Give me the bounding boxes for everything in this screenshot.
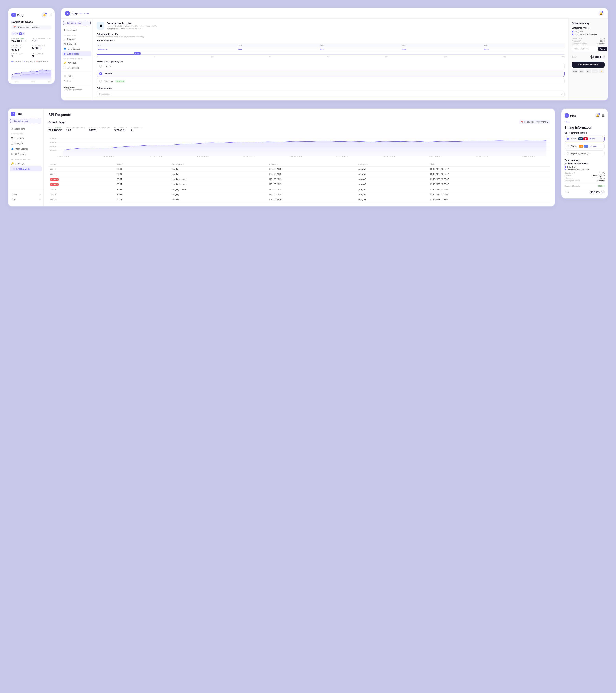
sidebar-allproducts-large[interactable]: ◉ All Products	[8, 152, 43, 157]
paypal-icon: PP	[592, 70, 598, 73]
stat-errors-large: ERROR RATES 2	[131, 127, 143, 132]
svg-text:24/10: 24/10	[476, 156, 488, 158]
payment-bitpay[interactable]: Bitpay ₿ Ξ +10 more	[564, 143, 604, 149]
slider-track: 70 IPs	[97, 54, 564, 55]
visa-card: VISA	[578, 137, 583, 140]
bos-dot-1	[564, 166, 566, 168]
sidebar-item-allproducts[interactable]: ◉ All Products	[62, 52, 91, 56]
back-to-all-link[interactable]: Back to all	[77, 12, 89, 15]
apirequests-icon: ◎	[64, 66, 66, 69]
sidebar-item-dashboard[interactable]: ⊞ Dashboard	[61, 28, 93, 33]
sidebar-usersettings-large[interactable]: 👤 User Settings	[8, 146, 43, 152]
menu-btn-billing[interactable]: ☰	[602, 114, 604, 117]
sidebar-item-proxylist[interactable]: ◫ Proxy List	[61, 42, 93, 46]
developer-section-label: DEVELOPER SECTION	[61, 58, 93, 60]
sidebar-item-billing[interactable]: ⬜ Billing ›	[61, 74, 93, 79]
sub-1month[interactable]: 1 month	[97, 63, 564, 70]
svg-text:18/10: 18/10	[196, 156, 208, 158]
sidebar-billing-large[interactable]: Billing ›	[11, 192, 41, 197]
sidebar-help-large[interactable]: Help ›	[11, 197, 41, 201]
sidebar-item-apikeys[interactable]: 🔑 API Keys	[61, 60, 93, 65]
sidebar-item-apirequests[interactable]: ◎ API Requests	[61, 65, 93, 70]
sidebar-apirequests-large[interactable]: ◎ API Requests	[10, 166, 42, 172]
apikeys-icon: 🔑	[64, 62, 66, 64]
summary-label-large: Summary	[15, 137, 24, 139]
bos-discount-value: -$225.00	[598, 185, 604, 187]
col-25-49: 25–49	[318, 43, 400, 47]
notification-button[interactable]: 🔔	[42, 12, 47, 18]
proxylist-label-large: Proxy List	[15, 142, 24, 145]
stat-connections: TOTAL CONNECTIONS 176	[32, 38, 52, 43]
my-services-label: MY SERVICES	[61, 34, 93, 36]
subscription-title: Select subscription cycle	[97, 60, 564, 63]
bos-row-location: Location United Kingdom	[564, 175, 604, 177]
table-row: 200 OKPOSTtest_key123.100.28.39proxy-u30…	[48, 166, 550, 172]
svg-text:16/10: 16/10	[103, 156, 116, 158]
eth-card: Ξ	[584, 145, 588, 147]
date-chip-large[interactable]: 📅 01/09/2023 - 01/10/2023 ▾	[519, 120, 550, 124]
feature-dot-2	[572, 34, 573, 35]
stat-ranged-large: USED RANGED 5.28 GB	[114, 127, 127, 132]
sidebar-proxylist-large[interactable]: ◫ Proxy List	[8, 141, 43, 146]
help-icon: ?	[64, 80, 65, 82]
bundle-chevron: ▾	[114, 40, 115, 42]
billing-header: P Ping 🔔 ☰	[564, 113, 604, 118]
help-chevron-large: ›	[40, 198, 41, 200]
sidebar-summary-large[interactable]: ☰ Summary	[8, 136, 43, 141]
bundle-discounts-toggle[interactable]: Bundle discounts ▾	[97, 40, 564, 42]
price-25-49: $2.75	[318, 47, 400, 52]
sidebar-dashboard-large[interactable]: ⊞ Dashboard	[8, 126, 43, 132]
svg-text:23/10: 23/10	[429, 156, 441, 158]
sidebar-apikeys-large[interactable]: 🔑 API Keys	[8, 161, 43, 166]
checkout-button[interactable]: Continue to checkout	[572, 62, 604, 68]
notification-btn-desktop[interactable]: 🔔	[598, 11, 604, 16]
payment-stripe[interactable]: Stripe VISA ⬤ +5 more	[564, 136, 604, 142]
sidebar-item-help[interactable]: ? Help ›	[61, 79, 93, 83]
btc-card: ₿	[579, 145, 583, 147]
label-12months: 12 months	[103, 80, 113, 82]
product-icon: 🖥	[97, 22, 104, 29]
label-1month: 1 month	[103, 65, 111, 67]
buy-proxies-btn-large[interactable]: + Buy new proxies	[10, 119, 41, 123]
notif-btn-billing[interactable]: 🔔	[595, 113, 600, 118]
ip-slider[interactable]: 70 IPs 10 50 100 250 500 1000 1500 2000	[97, 54, 564, 58]
overall-usage-header: Overall Usage 📅 01/09/2023 - 01/10/2023 …	[48, 120, 550, 124]
table-row: 200 OKPOSTtest_key123.100.28.39proxy-u30…	[48, 192, 550, 197]
stripe-more: +5 more	[589, 138, 595, 140]
back-button[interactable]: ‹ Back	[564, 121, 604, 123]
usersettings-label: User Settings	[68, 48, 80, 50]
bos-total-amount: $1125.00	[590, 190, 604, 195]
sub-3months[interactable]: 3 months	[97, 71, 564, 77]
bandwidth-chart: 15/10 21/10 25/10	[12, 64, 52, 80]
subscription-section: Select subscription cycle 1 month 3 mont…	[97, 60, 564, 84]
ip-section-subtitle: Choose the perfect quantity of IPs for y…	[97, 36, 564, 38]
sidebar-item-summary[interactable]: ☰ Summary	[61, 37, 93, 42]
status-cell: 200 OK	[48, 192, 115, 197]
bitpay-cards: ₿ Ξ	[579, 145, 588, 147]
payment-method-label: Select payment method	[564, 132, 604, 134]
slider-labels: 10 50 100 250 500 1000 1500 2000 2500	[97, 56, 564, 58]
buy-proxies-btn[interactable]: + Buy new proxies	[63, 21, 91, 25]
date-range-selector[interactable]: 📅 01/09/2023 - 01/10/2023 ▾	[12, 25, 52, 29]
users-filter[interactable]: Users 1 ▾	[12, 32, 25, 35]
bitpay-name: Bitpay	[571, 145, 577, 147]
sub-12months[interactable]: 12 months Save 20%	[97, 78, 564, 84]
radio-bitpay	[567, 145, 569, 147]
apply-button[interactable]: Apply	[598, 47, 607, 51]
users-count: 1	[19, 33, 22, 35]
location-section: Select location Select country ▾	[97, 87, 564, 97]
sidebar-item-usersettings[interactable]: 👤 User Settings	[61, 46, 93, 52]
apirequests-icon-large: ◎	[13, 167, 15, 170]
allproducts-label: All Products	[67, 53, 79, 55]
payment-method-03[interactable]: Payment_method_03	[564, 151, 604, 156]
country-chevron: ▾	[561, 93, 562, 95]
discount-input[interactable]	[572, 47, 597, 51]
table-row: 200 OKPOSTtest_key123.100.28.39proxy-u30…	[48, 172, 550, 177]
country-select[interactable]: Select country ▾	[97, 91, 564, 97]
col-50-99: 50–99	[400, 43, 482, 47]
user-email: henry.smith@gmail.com	[64, 89, 90, 91]
stripe-name: Stripe	[571, 138, 576, 140]
menu-button[interactable]: ☰	[49, 13, 52, 17]
product-header: 🖥 Datacenter Proxies High-speed, reliabl…	[97, 22, 564, 30]
summary-icon-large: ☰	[11, 137, 13, 139]
